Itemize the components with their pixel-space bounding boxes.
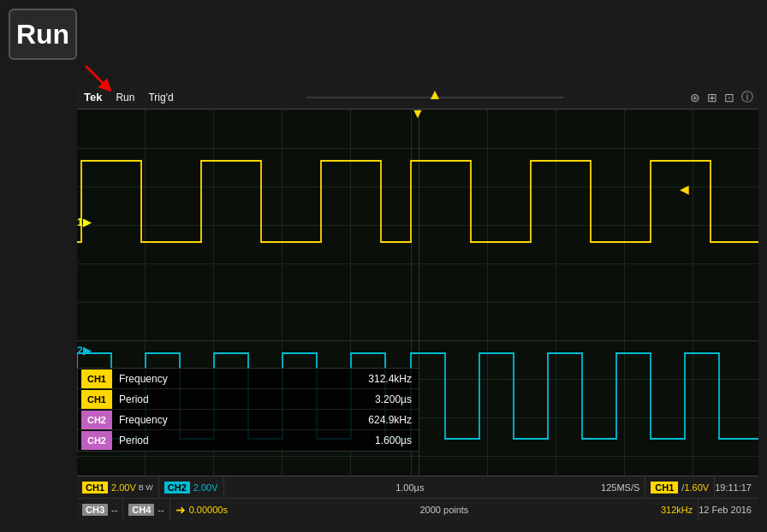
- ch4-label: CH4: [128, 504, 154, 516]
- ch1-waveform: [77, 161, 758, 242]
- meas-label-3: Period: [116, 434, 375, 446]
- trig-status: Trig'd: [141, 92, 180, 103]
- run-button[interactable]: Run: [9, 9, 77, 60]
- bottom-bar-1: CH1 2.00V B W CH2 2.00V 1.00µs 125MS/S C…: [77, 476, 758, 498]
- points-value: 2000 points: [419, 505, 468, 515]
- meas-row-0: CH1 Frequency 312.4kHz: [78, 369, 419, 389]
- trigger-arrow: ▼: [411, 106, 425, 121]
- meas-row-3: CH2 Period 1.600µs: [78, 430, 419, 451]
- red-arrow-indicator: [81, 62, 116, 96]
- div-voltage: 1.60V: [684, 482, 709, 493]
- wifi-icon: ⊛: [690, 91, 700, 104]
- meas-label-0: Frequency: [116, 373, 368, 385]
- run-label: Run: [16, 19, 69, 50]
- ch1-info[interactable]: CH1 2.00V B W: [77, 476, 159, 498]
- ch4-value: --: [158, 505, 164, 515]
- save-icon: ⊡: [724, 91, 734, 104]
- ch1-div-label: CH1: [651, 482, 678, 494]
- freq-display: 312kHz: [656, 499, 699, 520]
- meas-row-2: CH2 Frequency 624.9kHz: [78, 410, 419, 430]
- ch2-label: CH2: [164, 482, 190, 494]
- ch4-info[interactable]: CH4 --: [123, 499, 169, 520]
- meas-label-2: Frequency: [116, 414, 368, 426]
- meas-ch2-label-2: CH2: [81, 411, 112, 429]
- status-icons: ⊛ ⊞ ⊡ ⓘ: [690, 90, 758, 105]
- ch1-div-info[interactable]: CH1 / 1.60V: [645, 476, 715, 498]
- meas-value-0: 312.4kHz: [368, 373, 419, 385]
- time-offset: ➜ 0.00000s: [170, 499, 233, 520]
- svg-line-0: [86, 66, 107, 87]
- meas-row-1: CH1 Period 3.200µs: [78, 389, 419, 410]
- bw-label: B W: [139, 483, 153, 492]
- ch2-info[interactable]: CH2 2.00V: [159, 476, 224, 498]
- ch1-ground-marker: 1▶: [77, 216, 91, 228]
- svg-marker-2: [431, 91, 439, 99]
- meas-value-3: 1.600µs: [375, 434, 419, 446]
- timescale: 1.00µs: [395, 482, 424, 493]
- trigger-line-indicator: [306, 89, 563, 106]
- clock-display: 19:11:17: [715, 482, 758, 493]
- ch3-label: CH3: [82, 504, 108, 516]
- ch1-label: CH1: [82, 482, 108, 494]
- ch3-info[interactable]: CH3 --: [77, 499, 123, 520]
- ch2-voltage: 2.00V: [193, 482, 218, 493]
- layout-icon: ⊞: [707, 91, 717, 104]
- meas-label-1: Period: [116, 393, 375, 405]
- ch3-value: --: [111, 505, 117, 515]
- meas-value-2: 624.9kHz: [368, 414, 419, 426]
- freq-value: 312kHz: [661, 505, 693, 515]
- sample-rate-value: 125MS/S: [601, 482, 639, 493]
- meas-ch2-label-3: CH2: [81, 431, 112, 450]
- sample-rate: 125MS/S: [596, 476, 645, 498]
- info-icon: ⓘ: [741, 90, 753, 105]
- date-display: 12 Feb 2016: [699, 505, 758, 515]
- ch2-ground-marker: 2▶: [77, 345, 91, 357]
- offset-value: 0.00000s: [189, 505, 228, 515]
- ch1-voltage: 2.00V: [111, 482, 136, 493]
- arrow-icon: ➜: [175, 503, 186, 517]
- points-display: 2000 points: [233, 505, 656, 515]
- right-level-marker: ◀: [680, 182, 689, 196]
- meas-ch1-label-0: CH1: [81, 369, 112, 388]
- bottom-bar-2: CH3 -- CH4 -- ➜ 0.00000s 2000 points 312…: [77, 498, 758, 520]
- status-center: [181, 89, 690, 106]
- meas-ch1-label-1: CH1: [81, 390, 112, 409]
- timescale-display: 1.00µs: [224, 482, 597, 493]
- measurements-panel: CH1 Frequency 312.4kHz CH1 Period 3.200µ…: [77, 368, 419, 452]
- meas-value-1: 3.200µs: [375, 393, 419, 405]
